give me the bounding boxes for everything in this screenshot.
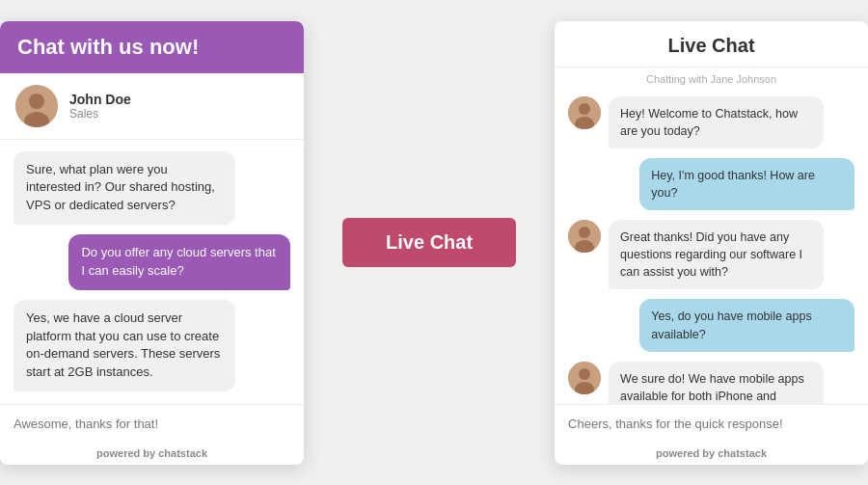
panel-powered-text: powered by	[656, 447, 718, 459]
svg-point-7	[579, 227, 590, 238]
live-chat-section: Live Chat	[342, 218, 516, 267]
list-item: Great thanks! Did you have any questions…	[568, 220, 854, 289]
panel-input[interactable]	[568, 417, 854, 431]
live-chat-button[interactable]: Live Chat	[342, 218, 516, 267]
list-item: We sure do! We have mobile apps availabl…	[568, 362, 854, 404]
agent-role: Sales	[69, 107, 131, 121]
panel-agent-avatar	[568, 220, 601, 253]
svg-point-10	[579, 368, 590, 380]
panel-chatting-with: Chatting with Jane Johnson	[555, 67, 868, 89]
agent-avatar	[15, 85, 58, 127]
widget-powered-text: powered by	[96, 447, 158, 459]
panel-message-bubble: Hey! Welcome to Chatstack, how are you t…	[609, 96, 824, 148]
panel-title: Live Chat	[555, 21, 868, 67]
panel-message-bubble: Yes, do you have mobile apps available?	[639, 299, 854, 351]
list-item: Hey, I'm good thanks! How are you?	[568, 158, 854, 210]
widget-header: Chat with us now!	[0, 21, 304, 73]
list-item: Yes, we have a cloud server platform tha…	[14, 300, 235, 391]
widget-input-area[interactable]	[0, 404, 304, 442]
panel-message-bubble: Hey, I'm good thanks! How are you?	[639, 158, 854, 210]
widget-input[interactable]	[14, 417, 290, 431]
panel-agent-avatar	[568, 362, 601, 394]
chat-panel: Live Chat Chatting with Jane Johnson Hey…	[555, 21, 868, 465]
list-item: Do you offer any cloud servers that I ca…	[68, 234, 290, 290]
svg-point-4	[579, 103, 590, 115]
chat-widget: Chat with us now! John Doe Sales Sure, w…	[0, 21, 304, 465]
panel-message-bubble: We sure do! We have mobile apps availabl…	[609, 362, 824, 404]
agent-bar: John Doe Sales	[0, 73, 304, 140]
panel-agent-avatar	[568, 96, 601, 129]
svg-point-1	[29, 94, 44, 109]
panel-powered-brand: chatstack	[718, 447, 767, 459]
widget-powered: powered by chatstack	[0, 442, 304, 465]
widget-powered-brand: chatstack	[158, 447, 207, 459]
panel-messages: Hey! Welcome to Chatstack, how are you t…	[555, 89, 868, 404]
list-item: Hey! Welcome to Chatstack, how are you t…	[568, 96, 854, 148]
agent-name: John Doe	[69, 92, 131, 107]
panel-message-bubble: Great thanks! Did you have any questions…	[609, 220, 824, 289]
widget-messages: Sure, what plan were you interested in? …	[0, 140, 304, 404]
panel-powered: powered by chatstack	[555, 442, 868, 465]
list-item: Yes, do you have mobile apps available?	[568, 299, 854, 351]
agent-info: John Doe Sales	[69, 92, 131, 121]
list-item: Sure, what plan were you interested in? …	[14, 151, 235, 226]
panel-input-area[interactable]	[555, 404, 868, 442]
